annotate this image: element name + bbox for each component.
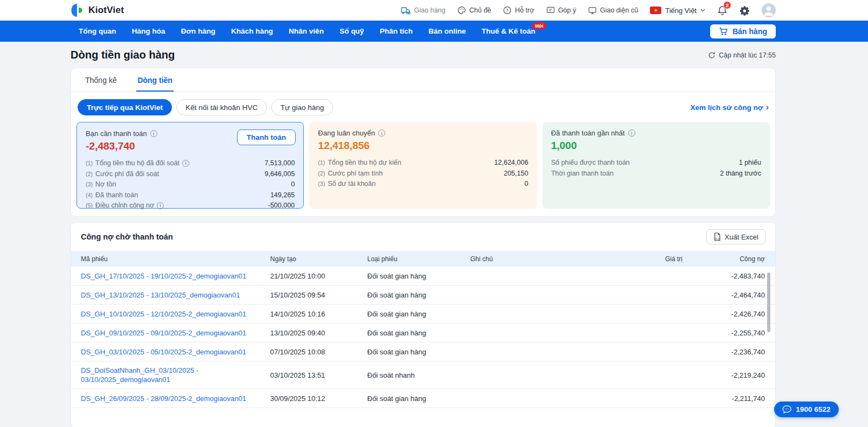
col-cong-no: Công nợ <box>682 255 765 263</box>
stat-row: Số phiếu được thanh toán 1 phiếu <box>551 158 761 169</box>
stat-value: 0 <box>291 179 295 190</box>
main-nav: Tổng quan Hàng hóa Đơn hàng Khách hàng N… <box>0 21 868 42</box>
header-link-old-interface[interactable]: Giao diện cũ <box>588 6 638 15</box>
language-selector[interactable]: ★ Tiếng Việt <box>650 7 705 15</box>
nav-item-phan-tich[interactable]: Phân tích <box>380 27 413 35</box>
created-cell: 07/10/2025 10:08 <box>270 348 367 356</box>
stat-value: 205,150 <box>503 169 528 179</box>
updated-at-label: Cập nhật lúc 17:55 <box>719 51 776 59</box>
created-cell: 03/10/2025 13:51 <box>270 371 367 379</box>
tab-dong-tien[interactable]: Dòng tiền <box>136 68 174 92</box>
stat-value: 1 phiếu <box>739 158 761 169</box>
chevron-down-icon <box>700 9 705 12</box>
table-header-row: Mã phiếu Ngày tạo Loại phiếu Ghi chú Giá… <box>71 251 775 267</box>
feedback-icon <box>546 6 555 15</box>
table-row: DS_GH_26/09/2025 - 28/09/2025-2_demogiao… <box>71 389 775 408</box>
voucher-code-link[interactable]: DS_GH_17/10/2025 - 19/10/2025-2_demogiao… <box>81 271 259 281</box>
header-link-feedback[interactable]: Góp ý <box>546 6 576 15</box>
nav-item-nhan-vien[interactable]: Nhân viên <box>289 27 324 35</box>
voucher-code-link[interactable]: DS_GH_09/10/2025 - 09/10/2025-2_demogiao… <box>81 328 259 338</box>
sell-button[interactable]: Bán hàng <box>710 24 776 38</box>
table-row: DS_GH_13/10/2025 - 13/10/2025_demogiaova… <box>71 286 775 305</box>
settings-gear-button[interactable] <box>739 5 750 16</box>
header-link-support[interactable]: Hỗ trợ <box>503 6 534 15</box>
debt-history-label: Xem lịch sử công nợ <box>691 103 763 112</box>
voucher-code-link[interactable]: DS_DoiSoatNhanh_GH_03/10/2025 - 03/10/20… <box>81 366 270 384</box>
debt-cell: -2,236,740 <box>682 348 765 356</box>
header-link-label: Giao diện cũ <box>600 7 638 14</box>
stat-row: (4)Đã thanh toán 149,265 <box>86 190 295 201</box>
info-icon[interactable] <box>628 130 635 137</box>
vietnam-flag-icon: ★ <box>650 7 661 14</box>
card-in-transit: Đang luân chuyển 12,418,856 (1)Tổng tiền… <box>309 122 537 209</box>
info-icon[interactable] <box>378 130 385 137</box>
card-in-transit-title: Đang luân chuyển <box>318 129 375 137</box>
notification-count-badge: 2 <box>723 1 731 9</box>
table-row: DS_GH_03/10/2025 - 05/10/2025-2_demogiao… <box>71 342 775 361</box>
language-label: Tiếng Việt <box>665 7 697 15</box>
voucher-code-link[interactable]: DS_GH_26/09/2025 - 28/09/2025-2_demogiao… <box>81 394 259 403</box>
export-excel-button[interactable]: XLS Xuất Excel <box>706 229 765 244</box>
info-icon[interactable] <box>150 130 157 137</box>
col-ma-phieu: Mã phiếu <box>81 255 270 263</box>
info-icon[interactable] <box>182 160 189 167</box>
stat-value: -500,000 <box>268 200 295 211</box>
table-scrollbar[interactable] <box>767 273 770 332</box>
chevron-right-icon: › <box>766 102 769 112</box>
nav-item-khach-hang[interactable]: Khách hàng <box>231 27 273 35</box>
created-cell: 13/10/2025 09:40 <box>270 329 367 337</box>
nav-item-hang-hoa[interactable]: Hàng hóa <box>132 27 165 35</box>
palette-icon <box>457 6 466 15</box>
user-avatar[interactable] <box>762 3 776 17</box>
created-cell: 21/10/2025 10:00 <box>270 272 367 280</box>
nav-item-don-hang[interactable]: Đơn hàng <box>181 27 216 35</box>
info-icon[interactable] <box>157 202 164 209</box>
filter-pill-tu-giao-hang[interactable]: Tự giao hàng <box>271 99 333 115</box>
debt-history-link[interactable]: Xem lịch sử công nợ › <box>691 102 769 112</box>
gear-icon <box>739 5 750 16</box>
stat-row: (3)Số dư tài khoản 0 <box>318 179 528 190</box>
col-gia-tri: Giá trị <box>617 255 682 263</box>
header-link-label: Góp ý <box>558 7 576 14</box>
nav-item-thue-ke-toan[interactable]: Thuế & Kế toán Mới <box>482 27 535 35</box>
truck-icon <box>401 7 411 15</box>
nav-item-so-quy[interactable]: Sổ quỹ <box>340 27 364 35</box>
tab-thong-ke[interactable]: Thống kê <box>84 68 118 92</box>
type-cell: Đối soát gian hàng <box>367 291 470 299</box>
debt-cell: -2,255,740 <box>682 329 765 337</box>
table-row: DS_GH_10/10/2025 - 12/10/2025-2_demogiao… <box>71 305 775 324</box>
cashflow-panel: Thống kê Dòng tiền Trực tiếp qua KiotVie… <box>71 68 776 217</box>
stat-row: (2)Cước phí đã đối soát 9,646,005 <box>86 169 295 180</box>
card-payable: Bạn cần thanh toán Thanh toán -2,483,740… <box>76 122 304 209</box>
chat-bubble-icon <box>782 405 792 413</box>
pay-button[interactable]: Thanh toán <box>237 130 296 145</box>
type-cell: Đối soát nhanh <box>367 371 470 379</box>
filter-pill-ket-noi-hvc[interactable]: Kết nối tài khoản HVC <box>176 99 267 115</box>
nav-item-label: Thuế & Kế toán <box>482 27 535 35</box>
top-header: KiotViet Giao hàng Chủ đề Hỗ trợ <box>0 0 868 21</box>
avatar-icon <box>762 3 776 17</box>
in-transit-amount: 12,418,856 <box>318 140 528 152</box>
notification-bell[interactable]: 2 <box>717 5 727 16</box>
refresh-updated-at[interactable]: Cập nhật lúc 17:55 <box>708 51 776 59</box>
stat-row: (1)Tổng tiền thu hộ dự kiến 12,624,006 <box>318 158 528 169</box>
table-title: Công nợ chờ thanh toán <box>81 232 173 241</box>
stat-row: (3)Nợ tồn 0 <box>86 179 295 190</box>
nav-item-ban-online[interactable]: Bán online <box>429 27 466 35</box>
refresh-icon <box>708 51 716 59</box>
stat-value: 9,646,005 <box>265 169 295 180</box>
nav-item-tong-quan[interactable]: Tổng quan <box>79 27 116 35</box>
header-link-delivery[interactable]: Giao hàng <box>401 7 445 15</box>
header-link-theme[interactable]: Chủ đề <box>457 6 491 15</box>
stat-value: 7,513,000 <box>265 158 295 169</box>
voucher-code-link[interactable]: DS_GH_13/10/2025 - 13/10/2025_demogiaova… <box>81 290 253 300</box>
svg-text:XLS: XLS <box>715 238 720 241</box>
filter-pill-truc-tiep-kiotviet[interactable]: Trực tiếp qua KiotViet <box>78 99 172 115</box>
debt-cell: -2,483,740 <box>682 272 765 280</box>
help-icon <box>503 6 512 15</box>
voucher-code-link[interactable]: DS_GH_03/10/2025 - 05/10/2025-2_demogiao… <box>81 347 259 357</box>
voucher-code-link[interactable]: DS_GH_10/10/2025 - 12/10/2025-2_demogiao… <box>81 309 259 319</box>
stat-row: (2)Cước phí tạm tính 205,150 <box>318 169 528 179</box>
hotline-chat-button[interactable]: 1900 6522 <box>774 402 839 417</box>
kiotviet-logo[interactable]: KiotViet <box>71 3 124 17</box>
